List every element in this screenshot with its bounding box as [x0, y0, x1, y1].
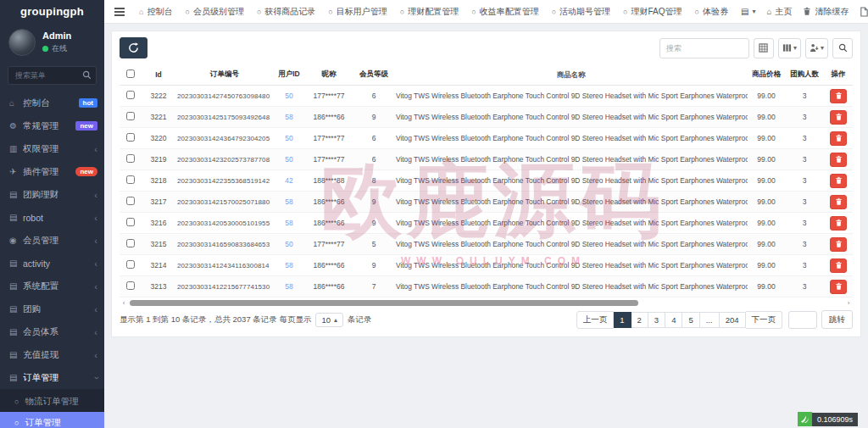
page-button-2[interactable]: 2	[632, 312, 648, 328]
caret-down-icon: ▾	[793, 44, 797, 52]
submenu-item-logistics-orders[interactable]: ○ 物流订单管理	[0, 391, 104, 412]
sidebar-item-member-tier[interactable]: ▤ 会员体系 ‹	[0, 320, 104, 343]
header-actions: 操作	[824, 64, 853, 86]
table-toolbar: ▾ ▾	[120, 37, 853, 58]
export-button[interactable]: ▾	[805, 38, 828, 58]
sidebar-item-permissions[interactable]: ▥ 权限管理 ‹	[0, 137, 104, 160]
delete-button[interactable]	[830, 110, 847, 125]
search-toggle-button[interactable]	[832, 38, 853, 58]
clear-cache-button[interactable]: 清除缓存	[803, 6, 849, 18]
sidebar-item-recharge-withdraw[interactable]: ▤ 充值提现 ‹	[0, 343, 104, 366]
toggle-view-button[interactable]	[754, 38, 774, 58]
hamburger-icon[interactable]	[113, 5, 126, 19]
row-checkbox[interactable]	[126, 112, 135, 120]
columns-button[interactable]: ▾	[778, 38, 801, 58]
sidebar-submenu: ○ 物流订单管理 ○ 订单管理	[0, 389, 104, 428]
user-id-link[interactable]: 50	[285, 155, 292, 164]
row-checkbox[interactable]	[126, 260, 135, 269]
page-button-1[interactable]: 1	[614, 312, 631, 328]
delete-button[interactable]	[830, 216, 847, 231]
prev-page-button[interactable]: 上一页	[576, 311, 615, 329]
cell-level: 6	[353, 149, 394, 170]
language-button[interactable]	[860, 7, 868, 17]
delete-button[interactable]	[830, 89, 847, 103]
cell-nickname: 177****77	[304, 128, 353, 149]
home-button[interactable]: ⌂ 主页	[766, 6, 792, 18]
sidebar-item-robot[interactable]: ▤ robot ‹	[0, 206, 104, 229]
tab-target-users[interactable]: ○ 目标用户管理	[328, 6, 387, 18]
select-all-checkbox[interactable]	[126, 69, 135, 78]
sidebar-item-order-management[interactable]: ▤ 订单管理 ‹	[0, 366, 104, 389]
row-checkbox[interactable]	[126, 281, 135, 290]
scroll-right-icon[interactable]: ›	[844, 299, 853, 307]
user-id-link[interactable]: 58	[285, 219, 292, 227]
delete-button[interactable]	[830, 131, 847, 146]
row-checkbox[interactable]	[126, 175, 135, 184]
cell-level: 7	[353, 276, 394, 297]
sidebar-item-activity[interactable]: ▤ activity ‹	[0, 252, 104, 275]
jump-button[interactable]: 跳转	[821, 310, 853, 329]
cell-product-name: Vitog TWS Wireless Bluetooth Earphone To…	[394, 86, 748, 107]
sidebar-item-plugins[interactable]: ✈ 插件管理 new	[0, 160, 104, 183]
tab-dashboard[interactable]: ⌂ 控制台	[139, 6, 172, 18]
page-button-3[interactable]: 3	[648, 312, 665, 328]
row-checkbox[interactable]	[126, 239, 135, 247]
delete-button[interactable]	[830, 258, 847, 273]
scrollbar-track[interactable]	[128, 299, 844, 307]
scroll-left-icon[interactable]: ‹	[120, 299, 128, 307]
scrollbar-thumb[interactable]	[130, 300, 638, 306]
delete-button[interactable]	[830, 174, 847, 188]
row-checkbox[interactable]	[126, 154, 135, 163]
tab-yield-config[interactable]: ○ 收益率配置管理	[471, 6, 538, 18]
tab-product-records[interactable]: ○ 获得商品记录	[257, 6, 315, 18]
user-id-link[interactable]: 50	[285, 240, 292, 248]
sidebar-item-dashboard[interactable]: ⌂ 控制台 hot	[0, 92, 104, 114]
tab-member-level[interactable]: ○ 会员级别管理	[185, 6, 243, 18]
row-checkbox[interactable]	[126, 133, 135, 142]
sidebar-item-members[interactable]: ◉ 会员管理 ‹	[0, 229, 104, 252]
user-id-link[interactable]: 58	[285, 282, 292, 291]
user-avatar[interactable]	[8, 29, 36, 56]
sidebar-item-group-finance[interactable]: ▤ 团购理财 ‹	[0, 183, 104, 206]
sidebar-item-system-config[interactable]: ▤ 系统配置 ‹	[0, 275, 104, 297]
thinkphp-logo-icon[interactable]	[798, 412, 812, 426]
tab-finance-config[interactable]: ○ 理财配置管理	[400, 6, 459, 18]
cell-group-size: 3	[785, 213, 824, 234]
header-product: 商品名称	[394, 64, 748, 86]
trash-icon	[835, 219, 843, 227]
user-id-link[interactable]: 50	[285, 92, 292, 100]
page-button-204[interactable]: 204	[720, 312, 746, 328]
delete-button[interactable]	[830, 237, 847, 252]
sidebar: groupingph Admin 在线 ⌂ 控制台 hot ⚙ 常规管理 new	[0, 0, 104, 428]
tab-activity-period[interactable]: ○ 活动期号管理	[552, 6, 610, 18]
user-id-link[interactable]: 58	[285, 113, 292, 121]
cell-price: 99.00	[748, 234, 785, 255]
page-button-5[interactable]: 5	[682, 312, 699, 328]
row-checkbox[interactable]	[126, 91, 135, 99]
page-button-4[interactable]: 4	[665, 312, 682, 328]
row-checkbox[interactable]	[126, 197, 135, 205]
row-checkbox[interactable]	[126, 218, 135, 226]
sidebar-item-general[interactable]: ⚙ 常规管理 new	[0, 114, 104, 137]
refresh-button[interactable]	[120, 37, 147, 58]
list-icon: ▤	[9, 213, 23, 222]
user-id-link[interactable]: 42	[285, 176, 292, 185]
next-page-button[interactable]: 下一页	[746, 311, 783, 329]
circle-icon: ○	[14, 419, 19, 427]
table-search-input[interactable]	[659, 38, 749, 58]
tab-list-dropdown[interactable]: ▤ ▾	[741, 7, 755, 16]
tab-faq[interactable]: ○ 理财FAQ管理	[623, 6, 682, 18]
user-id-link[interactable]: 58	[285, 197, 292, 206]
tab-voucher[interactable]: ○ 体验券	[695, 6, 728, 18]
delete-button[interactable]	[830, 280, 847, 294]
user-id-link[interactable]: 58	[285, 261, 292, 270]
page-size-select[interactable]: 10 ▴	[315, 313, 343, 327]
jump-page-input[interactable]	[788, 311, 817, 329]
sidebar-item-groupbuy[interactable]: ▤ 团购 ‹	[0, 297, 104, 320]
delete-button[interactable]	[830, 195, 847, 209]
page-ellipsis[interactable]: ...	[700, 312, 720, 328]
user-id-link[interactable]: 50	[285, 134, 292, 142]
delete-button[interactable]	[830, 153, 847, 167]
submenu-item-order-management[interactable]: ○ 订单管理	[0, 412, 104, 428]
header-group-size: 团购人数	[785, 64, 824, 86]
